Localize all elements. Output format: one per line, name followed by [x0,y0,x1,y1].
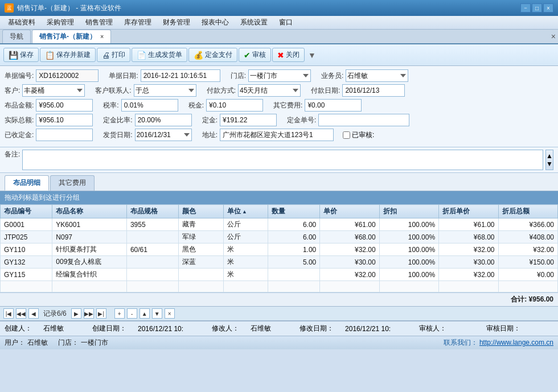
audit-button[interactable]: ✔ 审核 [239,48,271,62]
window-close-button[interactable]: × [543,3,553,13]
website-link[interactable]: http://www.lange.com.cn [479,339,553,346]
save-button[interactable]: 💾 保存 [3,48,39,62]
last-record-button[interactable]: ▶| [96,308,106,319]
received-deposit-label: 已收定金: [5,130,34,140]
menu-inventory[interactable]: 库存管理 [118,16,157,29]
maximize-button[interactable]: □ [532,3,542,13]
save-new-button[interactable]: 📋 保存并新建 [40,48,96,62]
info-bar: 创建人： 石维敏 创建日期： 2016/12/21 10: 修改人： 石维敏 修… [0,321,558,336]
other-fee-label: 其它费用: [273,101,302,110]
menu-finance[interactable]: 财务管理 [157,16,196,29]
table-row[interactable]: G0001YK60013955藏青公斤6.00¥61.00100.00%¥61.… [1,218,558,231]
delete-record-button[interactable]: - [127,308,137,319]
table-row[interactable] [1,281,558,292]
tax-label: 税金: [188,101,204,110]
table-row[interactable]: GY132009复合人棉底深蓝米5.00¥30.00100.00%¥30.00¥… [1,256,558,269]
audited-checkbox[interactable] [343,131,350,139]
customer-select[interactable]: 丰菱桶 [22,84,85,97]
status-user-value: 石维敏 [27,338,48,348]
salesperson-select[interactable]: 石维敏 [346,69,408,82]
deposit-no-label: 定金单号: [287,115,316,125]
tab-other-fees[interactable]: 其它费用 [50,175,95,191]
menu-sales[interactable]: 销售管理 [80,16,118,29]
tab-fabric-detail[interactable]: 布品明细 [5,175,49,191]
save-icon: 💾 [9,51,18,60]
fabric-amount-input[interactable] [36,99,93,112]
window-title: 销售订单-（新建） - 蓝格布业软件 [17,3,121,13]
prev-record-button[interactable]: ◀ [28,308,39,319]
table-row[interactable]: GY115经编复合针织米¥32.00100.00%¥32.00¥0.00 [1,269,558,281]
col-header-price[interactable]: 单价 [320,205,379,218]
col-header-disc-total[interactable]: 折后总额 [498,205,558,218]
tab-bar-close-icon[interactable]: × [551,32,556,41]
col-header-spec[interactable]: 布品规格 [126,205,178,218]
store-select[interactable]: 一楼门市 [248,69,311,82]
table-row[interactable]: JTP025N097军绿公斤6.00¥68.00100.00%¥68.00¥40… [1,231,558,244]
other-fee-input[interactable] [305,99,362,112]
deposit-input[interactable] [220,114,277,126]
create-date-value: 2016/12/21 10: [138,325,183,333]
menu-settings[interactable]: 系统设置 [235,16,273,29]
salesperson-label: 业务员: [321,71,343,81]
tab-sales-order[interactable]: 销售订单-（新建） × [32,30,111,43]
remarks-area: 备注: ▲▼ [0,147,558,173]
app-icon: 蓝 [5,3,14,13]
tab-bar: 导航 销售订单-（新建） × × [0,30,558,44]
deposit-ratio-label: 定金比率: [103,115,132,125]
generate-invoice-button[interactable]: 📄 生成发货单 [132,48,187,62]
menu-purchase[interactable]: 采购管理 [41,16,80,29]
first-record-button[interactable]: |◀ [3,308,14,319]
doc-date-input[interactable] [141,69,220,82]
total-value: ¥956.00 [529,295,553,303]
col-header-qty[interactable]: 数量 [268,205,319,218]
col-header-unit[interactable]: 单位 [223,205,268,218]
col-header-name[interactable]: 布品名称 [52,205,127,218]
actual-total-input[interactable] [36,114,93,126]
grid-group-header: 拖动列标题到这进行分组 [0,191,558,204]
tax-input[interactable] [206,99,263,112]
nav-close-button[interactable]: × [165,308,175,319]
menu-basic-data[interactable]: 基础资料 [2,16,41,29]
tab-close-icon[interactable]: × [100,34,104,40]
move-up-button[interactable]: ▲ [140,308,150,319]
col-header-disc-price[interactable]: 折后单价 [439,205,498,218]
minimize-button[interactable]: － [520,3,531,13]
col-header-discount[interactable]: 折扣 [379,205,438,218]
form-area: 单据编号: 单据日期: 门店: 一楼门市 业务员: 石维敏 客户: 丰菱桶 客户… [0,66,558,147]
print-button[interactable]: 🖨 打印 [97,48,130,62]
nav-bar: |◀ ◀◀ ◀ 记录6/6 ▶ ▶▶ ▶| + - ▲ ▼ × [0,306,558,321]
menu-reports[interactable]: 报表中心 [196,16,235,29]
close-button[interactable]: ✖ 关闭 [272,48,305,62]
status-bar: 用户： 石维敏 门店： 一楼门市 联系我们： http://www.lange.… [0,336,558,349]
customer-label: 客户: [5,86,20,96]
next-page-button[interactable]: ▶▶ [84,308,94,319]
toolbar-more-icon[interactable]: ▼ [308,51,316,60]
tab-nav[interactable]: 导航 [2,30,31,43]
contact-select[interactable]: 于总 [134,84,196,97]
add-record-button[interactable]: + [114,308,125,319]
doc-no-input[interactable] [36,69,99,82]
audit-icon: ✔ [244,51,251,60]
actual-total-label: 实际总额: [5,115,34,125]
address-input[interactable] [220,129,334,141]
deposit-pay-button[interactable]: 💰 定金支付 [188,48,237,62]
table-row[interactable]: GY110针织夏条打其60/61黑色米1.00¥32.00100.00%¥32.… [1,244,558,256]
audited-checkbox-label[interactable]: 已审核: [343,130,374,140]
prev-page-button[interactable]: ◀◀ [16,308,26,319]
payment-date-input[interactable] [342,84,405,97]
ship-date-select[interactable]: 2016/12/31 [135,129,192,141]
col-header-color[interactable]: 颜色 [179,205,223,218]
remarks-scroll[interactable]: ▲▼ [545,150,553,170]
deposit-ratio-input[interactable] [135,114,192,126]
tax-rate-input[interactable] [121,99,178,112]
fabric-amount-label: 布品金额: [5,101,34,110]
payment-select[interactable]: 45天月结 [238,84,301,97]
remarks-input[interactable] [22,150,543,170]
menu-window[interactable]: 窗口 [273,16,298,29]
col-header-code[interactable]: 布品编号 [1,205,52,218]
move-down-button[interactable]: ▼ [152,308,162,319]
grid-table: 布品编号 布品名称 布品规格 颜色 单位 数量 单价 折扣 折后单价 折后总额 … [0,204,558,292]
deposit-no-input[interactable] [318,114,409,126]
next-record-button[interactable]: ▶ [71,308,81,319]
received-deposit-input[interactable] [36,129,93,141]
